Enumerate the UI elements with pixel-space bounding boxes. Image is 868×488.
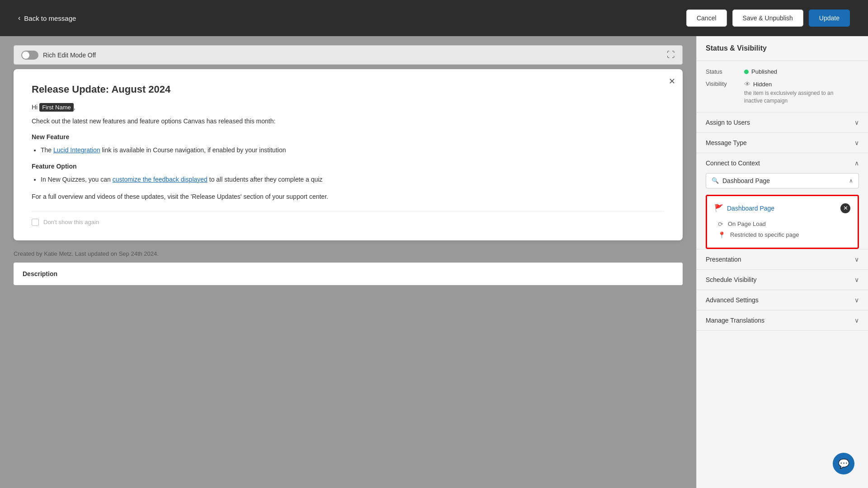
- context-search-bar[interactable]: 🔍 Dashboard Page ∧: [706, 173, 859, 188]
- context-dropdown: 🚩 Dashboard Page ✕ ⟳ On Page Load 📍 Rest…: [706, 195, 859, 249]
- section2-list: In New Quizzes, you can customize the fe…: [41, 174, 665, 184]
- cancel-button[interactable]: Cancel: [686, 9, 727, 27]
- main-content: Rich Edit Mode Off ⛶ ✕ Release Update: A…: [0, 36, 696, 488]
- accordion-assign-users: Assign to Users ∨: [697, 113, 868, 133]
- context-remove-button[interactable]: ✕: [840, 203, 850, 213]
- lucid-integration-link[interactable]: Lucid Integration: [53, 146, 100, 154]
- published-dot-icon: [744, 70, 749, 74]
- advanced-settings-header[interactable]: Advanced Settings ∨: [697, 290, 868, 310]
- restricted-label: Restricted to specific page: [730, 231, 799, 238]
- visibility-value: Hidden: [753, 81, 772, 88]
- section1-list: The Lucid Integration link is available …: [41, 145, 665, 155]
- connect-context-chevron-icon: ∧: [854, 160, 859, 167]
- message-title: Release Update: August 2024: [32, 84, 665, 95]
- top-bar: ‹ Back to message Cancel Save & Unpublis…: [0, 0, 868, 36]
- dont-show-row: Don't show this again: [32, 211, 665, 226]
- manage-translations-header[interactable]: Manage Translations ∨: [697, 310, 868, 330]
- accordion-presentation: Presentation ∨: [697, 249, 868, 270]
- flag-icon: 🚩: [714, 204, 723, 212]
- created-by-text: Created by Katie Metz. Last updated on S…: [0, 245, 696, 263]
- rich-edit-bar: Rich Edit Mode Off ⛶: [14, 45, 683, 65]
- context-search-text: Dashboard Page: [722, 177, 845, 184]
- status-value: Published: [751, 68, 777, 75]
- manage-translations-title: Manage Translations: [706, 317, 764, 324]
- save-unpublish-button[interactable]: Save & Unpublish: [732, 9, 803, 27]
- expand-icon[interactable]: ⛶: [667, 50, 675, 60]
- message-greeting: Hi First Name,: [32, 103, 665, 111]
- accordion-message-type: Message Type ∨: [697, 133, 868, 153]
- message-close-button[interactable]: ✕: [669, 76, 675, 86]
- manage-translations-chevron-icon: ∨: [854, 317, 859, 324]
- visibility-label: Visibility: [706, 80, 744, 87]
- assign-users-title: Assign to Users: [706, 119, 750, 126]
- connect-context-header[interactable]: Connect to Context ∧: [697, 153, 868, 173]
- visibility-row: Visibility 👁 Hidden the item is exclusiv…: [706, 80, 859, 105]
- message-card: ✕ Release Update: August 2024 Hi First N…: [14, 69, 683, 240]
- message-type-chevron-icon: ∨: [854, 139, 859, 146]
- presentation-header[interactable]: Presentation ∨: [697, 249, 868, 269]
- rich-edit-toggle-switch[interactable]: [21, 51, 38, 60]
- status-published: Published: [744, 68, 777, 75]
- assign-users-header[interactable]: Assign to Users ∨: [697, 113, 868, 132]
- dont-show-label: Don't show this again: [43, 219, 99, 225]
- back-to-message-link[interactable]: ‹ Back to message: [18, 14, 76, 22]
- accordion-schedule-visibility: Schedule Visibility ∨: [697, 270, 868, 290]
- sidebar-header: Status & Visibility: [697, 36, 868, 61]
- context-item-link[interactable]: 🚩 Dashboard Page: [714, 204, 774, 212]
- description-section: Description: [14, 263, 683, 285]
- advanced-settings-chevron-icon: ∨: [854, 296, 859, 304]
- description-title: Description: [23, 270, 57, 277]
- context-search-chevron-icon: ∧: [849, 178, 853, 184]
- schedule-visibility-chevron-icon: ∨: [854, 276, 859, 283]
- context-dropdown-item: 🚩 Dashboard Page ✕: [714, 203, 850, 213]
- message-footer-text: For a full overview and videos of these …: [32, 192, 665, 202]
- restricted-page-item: 📍 Restricted to specific page: [714, 230, 850, 240]
- message-type-header[interactable]: Message Type ∨: [697, 133, 868, 153]
- loader-icon: ⟳: [718, 221, 723, 228]
- location-icon: 📍: [718, 231, 726, 239]
- status-row: Status Published: [706, 68, 859, 75]
- accordion-advanced-settings: Advanced Settings ∨: [697, 290, 868, 310]
- assign-users-chevron-icon: ∨: [854, 119, 859, 126]
- visibility-content: 👁 Hidden the item is exclusively assigne…: [744, 80, 844, 105]
- context-item-label: Dashboard Page: [727, 205, 774, 212]
- customize-feedback-link[interactable]: customize the feedback displayed: [113, 176, 208, 183]
- message-intro: Check out the latest new features and fe…: [32, 116, 665, 126]
- connect-context-title: Connect to Context: [706, 160, 760, 167]
- chat-icon: 💬: [838, 458, 849, 469]
- search-icon: 🔍: [712, 177, 719, 184]
- section1-title: New Feature: [32, 133, 665, 141]
- back-label: Back to message: [24, 14, 76, 22]
- accordion-connect-context: Connect to Context ∧ 🔍 Dashboard Page ∧ …: [697, 153, 868, 249]
- list-item: The Lucid Integration link is available …: [41, 145, 665, 155]
- on-page-load-item: ⟳ On Page Load: [714, 219, 850, 230]
- on-page-load-label: On Page Load: [728, 221, 766, 227]
- status-label: Status: [706, 68, 744, 75]
- connect-context-body: 🔍 Dashboard Page ∧: [697, 173, 868, 195]
- section2-title: Feature Option: [32, 163, 665, 170]
- status-section: Status Published Visibility 👁 Hidden the…: [697, 61, 868, 113]
- dont-show-checkbox[interactable]: [32, 219, 39, 226]
- message-type-title: Message Type: [706, 139, 747, 146]
- rich-edit-label: Rich Edit Mode Off: [43, 52, 96, 59]
- top-bar-actions: Cancel Save & Unpublish Update: [686, 9, 850, 27]
- accordion-manage-translations: Manage Translations ∨: [697, 310, 868, 331]
- schedule-visibility-header[interactable]: Schedule Visibility ∨: [697, 270, 868, 290]
- visibility-description: the item is exclusively assigned to an i…: [744, 89, 844, 105]
- greeting-text: Hi: [32, 103, 38, 111]
- list-item: In New Quizzes, you can customize the fe…: [41, 174, 665, 184]
- hidden-badge: 👁 Hidden: [744, 80, 844, 88]
- back-chevron-icon: ‹: [18, 14, 20, 22]
- first-name-badge: First Name: [39, 103, 74, 112]
- schedule-visibility-title: Schedule Visibility: [706, 276, 757, 283]
- hidden-icon: 👁: [744, 80, 750, 88]
- presentation-title: Presentation: [706, 256, 741, 263]
- update-button[interactable]: Update: [809, 9, 850, 27]
- presentation-chevron-icon: ∨: [854, 256, 859, 263]
- advanced-settings-title: Advanced Settings: [706, 296, 759, 304]
- chat-button[interactable]: 💬: [833, 453, 854, 474]
- rich-edit-toggle[interactable]: Rich Edit Mode Off: [21, 51, 96, 60]
- sidebar: Status & Visibility Status Published Vis…: [696, 36, 868, 488]
